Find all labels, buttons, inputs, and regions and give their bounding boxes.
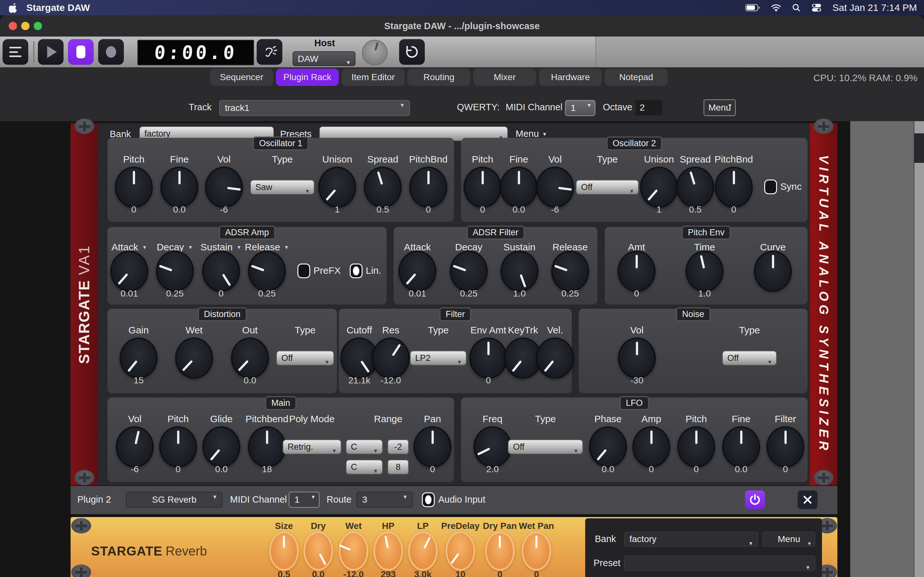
dry-knob[interactable] [304,532,333,571]
fine-knob[interactable] [722,426,760,467]
octave-spinner[interactable]: 2 [635,100,662,115]
dry-pan-knob[interactable] [485,532,515,571]
pitch-knob[interactable] [464,167,501,208]
vol-knob[interactable] [116,426,153,467]
amp-knob[interactable] [632,426,670,467]
vol-knob[interactable] [618,338,656,379]
pan-knob[interactable] [414,426,451,467]
poly-mode-dropdown[interactable]: Retrig.▼ [283,440,341,454]
battery-icon[interactable] [745,4,760,11]
route-dropdown[interactable]: 3▼ [357,492,413,508]
release-knob[interactable] [248,251,286,292]
plugin-2-select-dropdown[interactable]: SG Reverb▼ [126,492,223,508]
wet-knob[interactable] [339,532,368,571]
glide-knob[interactable] [202,426,240,467]
time-knob[interactable] [686,251,724,292]
vertical-scrollbar[interactable] [914,121,924,577]
pitchbnd-knob[interactable] [715,167,753,208]
play-button[interactable] [38,39,63,65]
range-bottom-note-dropdown[interactable]: C▼ [346,460,383,474]
curve-knob[interactable] [754,251,792,292]
wet-pan-knob[interactable] [522,532,551,571]
vol-knob[interactable] [536,167,574,208]
amt-knob[interactable] [618,251,656,292]
reverb-menu-button[interactable]: Menu▼ [762,532,815,546]
tab-plugin-rack[interactable]: Plugin Rack [276,69,339,86]
release-knob[interactable] [551,251,589,292]
midi-channel-dropdown[interactable]: 1▼ [565,100,596,116]
attack-knob[interactable] [110,251,148,292]
apple-menu-icon[interactable] [9,3,18,13]
lp-knob[interactable] [408,532,438,571]
res-knob[interactable] [372,338,410,379]
menu-bar-app-name[interactable]: Stargate DAW [26,2,90,13]
track-select-dropdown[interactable]: track1▼ [219,100,410,116]
type-dropdown[interactable]: Off▼ [576,180,639,195]
control-center-icon[interactable] [811,3,822,12]
resize-plus-button[interactable] [74,470,94,485]
vel-knob[interactable] [536,338,574,379]
wifi-icon[interactable] [771,3,781,12]
resize-plus-button[interactable] [814,470,834,485]
audio-input-radio[interactable] [422,492,435,507]
record-button[interactable] [98,39,124,65]
wet-knob[interactable] [175,338,213,379]
gain-knob[interactable] [120,338,158,379]
metronome-listen-button[interactable] [257,39,282,65]
hp-knob[interactable] [373,532,403,571]
fine-knob[interactable] [160,167,198,208]
loop-button[interactable] [399,39,425,65]
prefx-checkbox[interactable] [297,263,310,278]
pitchbend-knob[interactable] [248,426,286,467]
menu-bar-clock[interactable]: Sat Jan 21 7:14 PM [833,2,917,13]
decay-knob[interactable] [156,251,194,292]
track-menu-button[interactable]: Menu▼ [704,99,736,116]
type-dropdown[interactable]: Off▼ [276,351,334,366]
plugin-2-remove-button[interactable] [798,490,817,509]
phase-knob[interactable] [589,426,627,467]
attack-knob[interactable] [399,251,436,292]
type-dropdown[interactable]: Off▼ [722,351,777,366]
resize-plus-button[interactable] [814,119,834,134]
spread-knob[interactable] [364,167,402,208]
type-dropdown[interactable]: Saw▼ [250,180,314,195]
tab-routing[interactable]: Routing [407,69,470,86]
reverb-preset-dropdown[interactable]: ▼ [624,556,815,571]
vol-knob[interactable] [205,167,243,208]
unison-knob[interactable] [640,167,678,208]
search-icon[interactable] [792,3,800,12]
resize-plus-button[interactable] [71,564,91,577]
scrollbar-thumb[interactable] [914,133,924,163]
freq-knob[interactable] [473,426,511,467]
plugin-2-midi-channel-dropdown[interactable]: 1▼ [289,492,320,508]
tab-item-editor[interactable]: Item Editor [342,69,405,86]
out-knob[interactable] [231,338,269,379]
lin-radio[interactable] [350,263,363,278]
filter-knob[interactable] [766,426,804,467]
unison-knob[interactable] [318,167,356,208]
host-dropdown[interactable]: DAW▼ [292,51,355,66]
tab-hardware[interactable]: Hardware [539,69,602,86]
tab-mixer[interactable]: Mixer [473,69,536,86]
main-menu-button[interactable] [3,39,28,65]
reverb-bank-dropdown[interactable]: factory▼ [624,532,758,546]
sync-checkbox[interactable] [764,179,777,194]
decay-knob[interactable] [450,251,488,292]
type-dropdown[interactable]: LP2▼ [410,351,467,366]
pitch-knob[interactable] [677,426,715,467]
sustain-knob[interactable] [202,251,240,292]
stop-button[interactable] [68,39,94,65]
env-amt-knob[interactable] [469,338,507,379]
pitch-knob[interactable] [159,426,197,467]
pitchbnd-knob[interactable] [409,167,447,208]
tab-notepad[interactable]: Notepad [605,69,668,86]
range-top-octave-spinner[interactable]: -2 [388,440,409,454]
predelay-knob[interactable] [446,532,475,571]
type-dropdown[interactable]: Off▼ [508,440,583,454]
size-knob[interactable] [269,532,299,571]
main-volume-knob[interactable] [362,40,388,65]
sustain-knob[interactable] [501,251,538,292]
range-top-note-dropdown[interactable]: C▼ [346,440,383,454]
spread-knob[interactable] [676,167,714,208]
fine-knob[interactable] [500,167,538,208]
